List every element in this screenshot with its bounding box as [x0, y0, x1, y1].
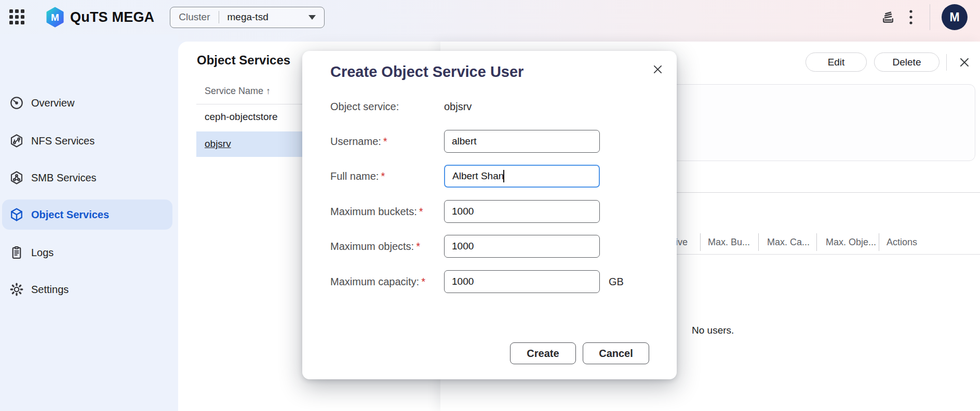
product-logo: M QuTS MEGA [46, 7, 154, 28]
smb-hexagon-icon [9, 170, 24, 185]
dialog-close-button[interactable] [649, 61, 666, 77]
user-avatar[interactable]: M [942, 4, 968, 30]
more-options-button[interactable] [900, 6, 922, 29]
background-tasks-button[interactable] [877, 6, 900, 29]
cancel-button-label: Cancel [599, 348, 633, 360]
required-asterisk: * [419, 206, 423, 217]
max-buckets-field[interactable] [444, 200, 600, 223]
required-asterisk: * [416, 241, 420, 252]
service-row-objsrv[interactable]: objsrv [205, 138, 231, 150]
service-row-ceph-objectstore[interactable]: ceph-objectstore [205, 111, 277, 124]
dialog-title: Create Object Service User [330, 63, 523, 81]
cluster-label: Cluster [179, 11, 210, 23]
users-column-max-capacity[interactable]: Max. Ca... [767, 237, 810, 248]
page-title: Object Services [197, 53, 290, 68]
create-button[interactable]: Create [510, 342, 576, 364]
detail-header-divider [946, 54, 947, 71]
nfs-hexagon-icon [9, 133, 24, 149]
topbar-divider [930, 4, 930, 30]
max-capacity-field[interactable] [444, 270, 600, 293]
edit-button[interactable]: Edit [806, 52, 867, 72]
sidebar-item-label: SMB Services [31, 172, 97, 184]
max-capacity-label: Maximum capacity:* [330, 276, 444, 288]
column-separator [816, 233, 817, 251]
chevron-down-icon [308, 15, 316, 20]
service-name-link: objsrv [205, 138, 231, 149]
svg-text:M: M [51, 12, 59, 23]
users-column-actions: Actions [887, 237, 917, 248]
sidebar-item-label: Object Services [31, 209, 109, 221]
close-icon [652, 64, 663, 75]
max-objects-label: Maximum objects:* [330, 241, 444, 253]
username-row: Username:* [330, 130, 652, 153]
kebab-menu-icon [904, 8, 918, 26]
full-name-row: Full name:* [330, 165, 652, 188]
gear-icon [9, 282, 24, 297]
cancel-button[interactable]: Cancel [583, 342, 649, 364]
cube-icon [9, 207, 24, 222]
required-asterisk: * [383, 136, 387, 147]
sidebar-item-logs[interactable]: Logs [0, 237, 178, 268]
object-service-row: Object service: objsrv [330, 95, 652, 118]
column-header-label: Service Name [205, 86, 263, 96]
avatar-initial: M [949, 10, 959, 24]
sidebar-item-nfs-services[interactable]: NFS Services [0, 126, 178, 156]
service-name: ceph-objectstore [205, 111, 277, 122]
users-column-max-objects[interactable]: Max. Obje... [826, 237, 876, 248]
cluster-value: mega-tsd [227, 11, 297, 23]
max-objects-field[interactable] [444, 235, 600, 258]
sidebar-nav: Overview NFS Services [0, 34, 178, 411]
column-separator [879, 233, 879, 251]
product-name: QuTS MEGA [70, 9, 154, 25]
column-separator [700, 233, 701, 251]
required-asterisk: * [381, 170, 385, 182]
empty-state-text: No users. [692, 325, 734, 336]
create-object-service-user-dialog: Create Object Service User Object servic… [302, 51, 677, 379]
sidebar-item-label: Overview [31, 97, 74, 109]
sidebar-item-settings[interactable]: Settings [0, 274, 178, 304]
logs-icon [9, 245, 24, 260]
sidebar-item-overview[interactable]: Overview [0, 88, 178, 118]
full-name-field[interactable] [444, 165, 600, 188]
text-cursor [503, 170, 504, 182]
sidebar-item-smb-services[interactable]: SMB Services [0, 163, 178, 193]
close-panel-button[interactable] [957, 55, 972, 70]
max-buckets-row: Maximum buckets:* [330, 200, 652, 223]
cluster-divider [219, 11, 219, 23]
full-name-label: Full name:* [330, 170, 444, 182]
sidebar-item-label: Logs [31, 247, 53, 259]
delete-button[interactable]: Delete [874, 52, 939, 72]
gauge-icon [9, 95, 24, 111]
hexagon-logo-icon: M [46, 7, 64, 28]
app-window: M QuTS MEGA Cluster mega-tsd [0, 0, 980, 411]
task-stack-icon [880, 9, 896, 25]
username-label: Username:* [330, 136, 444, 148]
required-asterisk: * [421, 276, 425, 287]
max-objects-row: Maximum objects:* [330, 235, 652, 258]
max-capacity-row: Maximum capacity:* GB [330, 270, 652, 293]
edit-button-label: Edit [828, 57, 845, 68]
sidebar-item-object-services[interactable]: Object Services [0, 200, 178, 230]
column-header-service-name[interactable]: Service Name ↑ [205, 86, 271, 97]
username-field[interactable] [444, 130, 600, 153]
users-column-max-buckets[interactable]: Max. Bu... [708, 237, 750, 248]
column-separator [758, 233, 759, 251]
object-service-label: Object service: [330, 101, 444, 113]
sidebar-item-label: NFS Services [31, 135, 95, 147]
object-service-value: objsrv [444, 101, 472, 113]
capacity-unit-label: GB [609, 276, 624, 288]
delete-button-label: Delete [893, 57, 921, 68]
create-button-label: Create [527, 348, 559, 360]
close-icon [959, 57, 970, 68]
cluster-selector[interactable]: Cluster mega-tsd [170, 7, 325, 28]
max-buckets-label: Maximum buckets:* [330, 206, 444, 218]
sort-asc-icon: ↑ [266, 86, 271, 96]
sidebar-item-label: Settings [31, 284, 69, 296]
app-grid-icon[interactable] [9, 9, 25, 25]
